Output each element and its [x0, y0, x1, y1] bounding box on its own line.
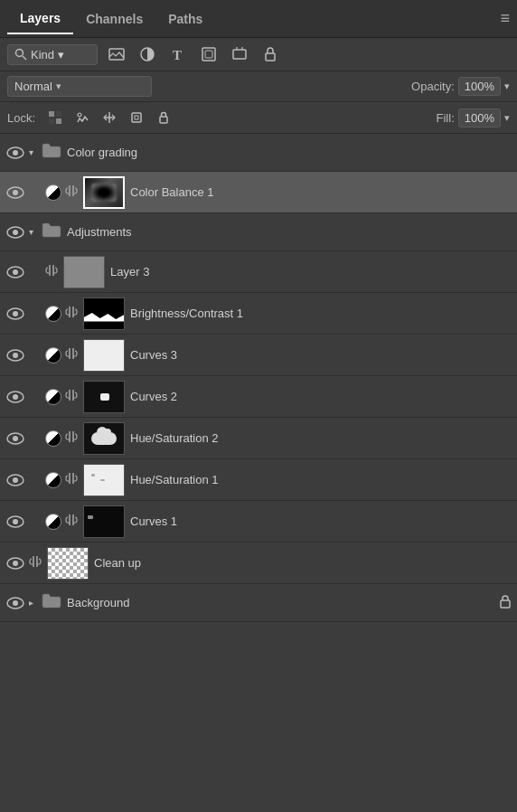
adj-icon-color-balance-1 — [45, 184, 61, 201]
expand-arrow-color-grading-group[interactable] — [29, 147, 40, 157]
expand-arrow-adjustments-group[interactable] — [29, 227, 40, 237]
lock-position-icon[interactable] — [99, 107, 120, 128]
adj-icon-hue-saturation-1 — [45, 472, 61, 488]
folder-icon-adjustments-group — [42, 222, 61, 242]
visibility-icon-curves-2[interactable] — [5, 387, 25, 407]
svg-rect-15 — [135, 116, 138, 119]
blend-mode-dropdown[interactable]: Normal — [7, 76, 152, 97]
layer-thumb-layer-3 — [63, 256, 105, 288]
svg-rect-11 — [49, 118, 54, 124]
lock-filter-icon[interactable] — [258, 42, 282, 66]
lock-transparent-icon[interactable] — [44, 107, 66, 128]
fill-group: Fill: 100% — [437, 109, 510, 127]
link-icon-curves-3 — [65, 345, 80, 364]
link-icon-curves-1 — [65, 512, 80, 531]
layer-row-hue-saturation-1[interactable]: Hue/Saturation 1 — [0, 459, 517, 501]
link-icon-brightness-contrast-1 — [65, 304, 80, 323]
visibility-icon-hue-saturation-2[interactable] — [5, 429, 25, 448]
layer-row-curves-1[interactable]: Curves 1 — [0, 501, 517, 543]
smart-filter-icon[interactable] — [228, 42, 251, 66]
layer-row-curves-3[interactable]: Curves 3 — [0, 335, 517, 376]
svg-rect-16 — [160, 117, 167, 123]
layers-list: Color grading Color Balance 1 Adjustment… — [0, 134, 517, 781]
fill-value[interactable]: 100% — [458, 109, 501, 127]
layer-name-curves-1: Curves 1 — [130, 515, 177, 528]
svg-rect-5 — [202, 48, 215, 61]
visibility-icon-color-grading-group[interactable] — [5, 143, 25, 163]
svg-text:T: T — [173, 48, 182, 62]
layer-name-clean-up: Clean up — [94, 556, 141, 570]
opacity-value[interactable]: 100% — [458, 77, 501, 96]
kind-chevron — [58, 48, 64, 61]
tab-layers[interactable]: Layers — [7, 4, 73, 34]
svg-rect-7 — [233, 50, 246, 59]
layer-row-clean-up[interactable]: Clean up — [0, 543, 517, 584]
lock-artboard-icon[interactable] — [126, 107, 147, 128]
svg-rect-10 — [56, 111, 61, 117]
layer-row-adjustments-group[interactable]: Adjustments — [0, 213, 517, 251]
layer-row-hue-saturation-2[interactable]: Hue/Saturation 2 — [0, 418, 517, 459]
text-filter-icon[interactable]: T — [166, 42, 190, 66]
fill-label: Fill: — [437, 111, 455, 125]
svg-point-22 — [13, 230, 18, 235]
adjustment-filter-icon[interactable] — [136, 42, 159, 66]
layer-name-adjustments-group: Adjustments — [67, 225, 132, 239]
svg-rect-41 — [501, 600, 510, 608]
layer-row-color-balance-1[interactable]: Color Balance 1 — [0, 172, 517, 213]
filter-row: Kind T — [0, 38, 517, 71]
lock-image-icon[interactable] — [71, 107, 93, 128]
opacity-label: Opacity: — [411, 80, 455, 93]
adj-icon-curves-3 — [45, 347, 61, 364]
svg-point-30 — [13, 394, 18, 400]
tabs-bar: Layers Channels Paths ≡ — [0, 0, 517, 38]
visibility-icon-curves-3[interactable] — [5, 345, 25, 365]
expand-arrow-background[interactable] — [29, 598, 40, 608]
link-icon-hue-saturation-2 — [65, 429, 80, 448]
layer-row-curves-2[interactable]: Curves 2 — [0, 376, 517, 418]
svg-point-18 — [13, 150, 18, 156]
link-icon-clean-up — [29, 553, 43, 572]
layer-thumb-hue-saturation-2 — [83, 422, 125, 455]
visibility-icon-background[interactable] — [5, 593, 25, 613]
layer-name-curves-2: Curves 2 — [130, 390, 177, 403]
lock-all-icon[interactable] — [153, 107, 174, 128]
folder-icon-color-grading-group — [42, 142, 61, 163]
link-icon-hue-saturation-1 — [65, 470, 80, 489]
image-filter-icon[interactable] — [105, 42, 128, 66]
layer-name-hue-saturation-2: Hue/Saturation 2 — [130, 431, 219, 445]
layer-row-brightness-contrast-1[interactable]: Brightness/Contrast 1 — [0, 293, 517, 335]
svg-point-13 — [78, 113, 81, 117]
visibility-icon-color-balance-1[interactable] — [5, 183, 25, 203]
link-icon-color-balance-1 — [65, 183, 80, 202]
svg-point-32 — [13, 436, 18, 441]
visibility-icon-brightness-contrast-1[interactable] — [5, 304, 25, 324]
layer-thumb-curves-2 — [83, 381, 125, 413]
svg-rect-8 — [266, 53, 275, 61]
panel-menu-icon[interactable]: ≡ — [500, 9, 510, 28]
kind-filter-dropdown[interactable]: Kind — [7, 44, 98, 65]
tab-paths[interactable]: Paths — [155, 5, 215, 33]
svg-rect-6 — [205, 51, 212, 58]
lock-row: Lock: Fill: 100% — [0, 102, 517, 134]
folder-icon-background — [42, 592, 61, 613]
visibility-icon-clean-up[interactable] — [5, 553, 25, 573]
opacity-group: Opacity: 100% — [411, 77, 510, 96]
blend-mode-label: Normal — [14, 80, 52, 93]
layer-row-color-grading-group[interactable]: Color grading — [0, 134, 517, 172]
layer-name-layer-3: Layer 3 — [110, 265, 149, 279]
layer-row-layer-3[interactable]: Layer 3 — [0, 251, 517, 293]
svg-point-36 — [13, 519, 18, 524]
blend-mode-chevron — [56, 80, 61, 92]
layer-thumb-curves-1 — [83, 505, 125, 538]
locked-badge-background — [499, 594, 512, 611]
visibility-icon-hue-saturation-1[interactable] — [5, 470, 25, 490]
svg-point-28 — [13, 353, 18, 358]
visibility-icon-curves-1[interactable] — [5, 512, 25, 532]
layer-name-color-balance-1: Color Balance 1 — [130, 185, 214, 199]
shape-filter-icon[interactable] — [197, 42, 221, 66]
visibility-icon-adjustments-group[interactable] — [5, 222, 25, 242]
visibility-icon-layer-3[interactable] — [5, 262, 25, 282]
layer-row-background[interactable]: Background — [0, 584, 517, 622]
tab-channels[interactable]: Channels — [73, 5, 155, 33]
layer-name-color-grading-group: Color grading — [67, 146, 137, 159]
